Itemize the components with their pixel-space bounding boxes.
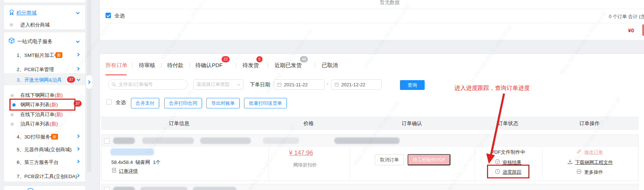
column-divider [350,146,350,181]
download-icon [567,159,573,165]
sidebar-subitem-new-stencil-order[interactable]: 在线下钢网订单(新) [20,92,63,99]
date-to-input[interactable]: 2021-12-22 [331,79,382,90]
date-from-input[interactable]: 2021-11-22 [274,79,325,90]
sidebar-item-smt[interactable]: 1、SMT贴片加工 [17,52,54,59]
subitem-label: 在线下钢网订单 [20,92,55,98]
tab-badge-ship: 5 [256,56,263,62]
tab-pending-ship[interactable]: 待发货 [243,62,259,69]
chevron-right-icon[interactable] [76,53,80,57]
tab-pending-review[interactable]: 待审核 [139,62,155,69]
chevron-right-icon[interactable] [76,147,80,151]
sidebar-item-pcb-orders[interactable]: 2、PCB订单管理 [17,66,54,73]
tab-pending-pdf[interactable]: 待确认PDF [195,62,223,69]
order-checkbox[interactable] [104,187,110,190]
sidebar-card-bottom [4,186,86,190]
modify-order-link[interactable]: 修改订单 [584,149,603,156]
cancel-order-button[interactable]: 取消订单 [375,154,404,165]
bullet-dot-icon [11,123,14,126]
redacted-order-info [263,137,299,144]
query-button[interactable]: 查询 [400,80,425,90]
calendar-icon [334,82,339,87]
redacted-order-number [113,137,135,144]
calendar-icon [277,82,282,87]
redacted-order-info [142,137,194,144]
sidebar-card-services: 一站式电子服务 1、SMT贴片加工 新 2、PCB订单管理 3、开激光钢网&治具… [4,32,86,182]
order-detail-link[interactable]: 订单详情 [119,168,138,174]
subitem-label: 在线下治具订单 [20,112,55,117]
sidebar-item-3d-print[interactable]: 4、3D打印服务 [17,134,50,140]
column-divider [475,146,475,181]
chevron-right-icon[interactable] [76,135,80,138]
date-to-value: 2021-12-22 [341,82,366,87]
chevron-down-icon [237,82,241,86]
order-spec: 58.4x58.4 锡膏网 1个 [111,159,161,166]
document-icon [111,168,117,173]
chevron-right-icon[interactable] [76,67,80,71]
bullet-dot-icon [11,113,14,116]
sidebar-item-enter-points-mall[interactable]: 进入积分商城 [20,22,50,28]
sidebar-item-stencil-jig[interactable]: 3、开激光钢网&治具 [17,77,62,83]
tab-pending-payment[interactable]: 待付款 [167,62,183,69]
annotation-red-box-menu [9,99,75,111]
tab-badge-shipped: 48 [300,56,308,62]
sidebar-subitem-new-jig-order[interactable]: 在线下治具订单(新) [20,111,63,118]
tab-all-orders[interactable]: 所有订单 [106,62,127,69]
sidebar-card-stub [4,0,86,3]
divider-line [100,9,644,9]
order-row-partial [101,184,639,190]
redacted-order-info [140,187,187,190]
download-stencil-file-link[interactable]: 下载钢网工程文件 [575,159,613,166]
chevron-down-icon[interactable] [76,11,80,15]
batch-print-delivery-button[interactable]: 批量打印送货单 [244,98,287,108]
bulk-select-all-label: 全选 [116,99,126,106]
sidebar-expander[interactable] [86,75,93,89]
sidebar-item-eda-tool[interactable]: 7、PCB设计工具(立创EDA) [17,173,77,180]
chevron-down-icon[interactable] [76,40,80,43]
bulk-select-all-checkbox[interactable] [106,99,112,105]
sidebar-item-third-party[interactable]: 6、第三方服务平台 [17,159,59,166]
sidebar-item-parts-mall[interactable]: 5、元器件商城(立创商城) [17,146,72,153]
order-management-page: { "watermark": { "text": "J0011 192.168.… [0,0,644,190]
more-actions-icon [576,169,582,174]
tab-separator: | [132,62,133,68]
redacted-order-info [193,187,236,190]
tab-separator: | [161,62,162,68]
count-badge: 37 [67,77,75,83]
date-range-separator: - [327,81,329,87]
tab-badge-pdf: 22 [222,56,230,62]
chevron-right-icon[interactable] [76,160,80,164]
redacted-file-link[interactable] [110,148,154,156]
sidebar-points-mall-title[interactable]: 积分商城 [16,10,37,16]
column-header-order-info: 订单信息 [169,120,189,127]
chevron-right-icon [87,80,91,84]
medal-icon [8,9,15,16]
annotation-red-box-progress [487,165,529,178]
top-order-panel: 暂无数据 全选 0 个订单 合计 (含 ¥0 [100,0,644,40]
merge-pay-button[interactable]: 合并支付 [131,98,159,108]
search-placeholder: 文件名/订单编号 [119,81,153,88]
column-header-confirm: 订单确认 [402,120,422,127]
redacted-order-number [113,187,135,190]
select-all-checkbox[interactable] [106,13,111,18]
annotation-text: 进入进度跟踪，查询订单进度 [454,84,530,92]
search-input[interactable]: 文件名/订单编号 [108,79,188,90]
more-actions-link[interactable]: 更多操作 [584,169,603,175]
tab-recently-shipped[interactable]: 近期已发货 [274,62,302,69]
pay-button-sliver[interactable] [642,24,644,36]
sidebar-services-title[interactable]: 一站式电子服务 [17,38,53,45]
sidebar-subitem-jig-order-list[interactable]: 治具订单列表(新) [20,121,58,127]
order-price[interactable]: ¥ 147.96 [289,149,313,157]
empty-data-text: 暂无数据 [380,0,400,6]
select-all-label: 全选 [115,13,125,19]
order-list-panel: 所有订单 | 待审核 | 待付款 | 待确认PDF 22 | 待发货 5 | 近… [100,54,644,190]
column-divider [268,146,269,181]
new-badge: 新 [55,52,62,58]
export-statement-button[interactable]: 导出对账单 [206,98,240,108]
tab-cancelled[interactable]: 已取消 [322,62,338,69]
order-checkbox[interactable] [104,138,110,144]
merge-print-contract-button[interactable]: 合并打印合同 [164,98,202,108]
tab-separator: | [189,62,190,68]
tab-separator: | [235,62,237,68]
order-type-select[interactable]: 请选择订单类型 [193,79,243,90]
column-header-status: 订单状态 [498,120,518,127]
